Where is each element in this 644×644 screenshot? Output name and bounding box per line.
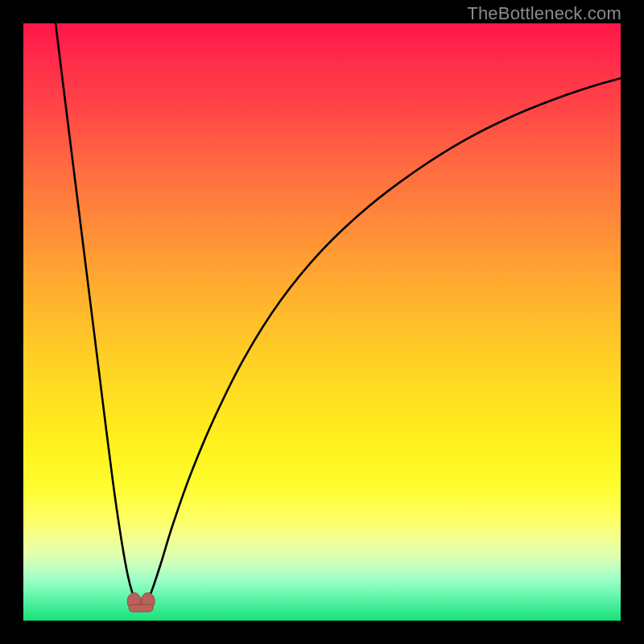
curves-svg [23,23,621,621]
watermark-text: TheBottleneck.com [467,3,621,24]
chart-frame: TheBottleneck.com [0,0,644,644]
cusp-marker [127,592,155,612]
plot-area [23,23,621,621]
curve-left-branch [56,23,136,603]
curve-right-branch [147,78,621,602]
svg-rect-2 [129,605,153,612]
